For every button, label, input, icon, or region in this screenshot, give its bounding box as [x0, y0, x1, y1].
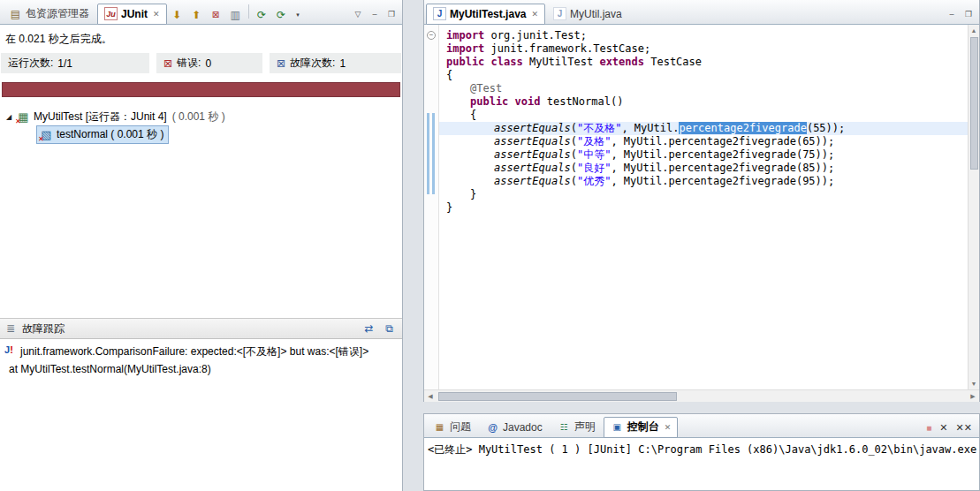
rerun-test-icon[interactable]: ⟳ [253, 5, 271, 24]
comparison-failure-icon: J! [4, 344, 17, 355]
close-icon[interactable]: ✕ [153, 10, 160, 19]
errors-icon: ⊠ [163, 58, 172, 69]
editor-window-buttons: – ❐ [945, 8, 977, 24]
code-line[interactable]: public void testNormal() [439, 95, 968, 109]
code-token: public [446, 56, 484, 68]
code-token: extends [599, 56, 644, 68]
tab-javadoc[interactable]: @ Javadoc [479, 416, 550, 437]
code-line[interactable]: @Test [439, 82, 968, 95]
code-token: } [470, 188, 476, 200]
selected-test-row[interactable]: ▧ ✕ testNormal ( 0.001 秒 ) [36, 125, 169, 144]
history-dropdown-icon[interactable]: ▾ [289, 5, 308, 24]
remove-all-launches-icon[interactable]: ✕✕ [956, 422, 972, 434]
expander-icon[interactable]: ◢ [4, 113, 13, 121]
filter-stack-trace-icon[interactable]: ⇄ [360, 320, 378, 338]
code-token: , MyUtil.percentage2fivegrade(95)); [611, 175, 834, 187]
tree-row-test[interactable]: ▧ ✕ testNormal ( 0.001 秒 ) [32, 125, 402, 143]
editor-tabbar: J MyUtilTest.java ✕ J MyUtil.java – ❐ [424, 0, 979, 25]
tab-declaration[interactable]: ☷ 声明 [551, 416, 603, 437]
tab-label: MyUtil.java [570, 8, 622, 20]
tree-row-suite[interactable]: ◢ ▦ ✕ MyUtilTest [运行器：JUnit 4] ( 0.001 秒… [0, 108, 402, 125]
code-line[interactable]: assertEquals("及格", MyUtil.percentage2fiv… [439, 135, 968, 148]
scroll-left-icon[interactable]: ◀ [424, 390, 437, 403]
close-icon[interactable]: ✕ [531, 10, 538, 19]
maximize-icon[interactable]: ❐ [384, 8, 399, 20]
tab-label: 包资源管理器 [26, 6, 89, 21]
compare-result-icon[interactable]: ⧉ [380, 320, 399, 338]
code-line[interactable]: public class MyUtilTest extends TestCase [439, 56, 968, 69]
code-token: "良好" [577, 162, 611, 174]
java-file-icon: J [433, 7, 446, 20]
tab-problems[interactable]: ▦ 问题 [426, 416, 478, 437]
minimize-icon[interactable]: – [368, 8, 382, 20]
scrollbar-thumb[interactable] [438, 392, 677, 401]
tab-package-explorer[interactable]: ▤ 包资源管理器 [2, 3, 96, 24]
code-token: import [446, 29, 484, 42]
junit-icon: Ju [104, 7, 118, 20]
tab-label: MyUtilTest.java [450, 8, 526, 20]
eclipse-window: ▤ 包资源管理器 Ju JUnit ✕ ⬇ ⬆ ⊠ ▥ ⟳ ⟳ ▾ ▽ – ❐ … [0, 0, 980, 491]
code-token: ( [571, 122, 577, 134]
next-failure-icon[interactable]: ⬇ [168, 5, 186, 24]
console-toolbar: ■ ✕ ✕✕ [926, 422, 977, 437]
console-icon: ▣ [611, 420, 624, 434]
tab-label: 问题 [450, 419, 471, 434]
scroll-down-icon[interactable]: ▼ [969, 378, 980, 389]
code-line[interactable]: assertEquals("不及格", MyUtil.percentage2fi… [439, 122, 968, 135]
test-progress-bar [2, 82, 400, 97]
code-line[interactable]: { [439, 69, 968, 82]
console-tabbar: ▦ 问题 @ Javadoc ☷ 声明 ▣ 控制台 ✕ ■ ✕ ✕✕ [424, 414, 979, 438]
test-run-history-icon[interactable]: ▥ [226, 5, 245, 24]
previous-failure-icon[interactable]: ⬆ [187, 5, 206, 24]
code-token: class [491, 56, 523, 68]
maximize-icon[interactable]: ❐ [961, 8, 976, 20]
trace-line[interactable]: at MyUtilTest.testNormal(MyUtilTest.java… [2, 361, 400, 377]
runs-value: 1/1 [57, 57, 72, 70]
code-token: , MyUtil.percentage2fivegrade(65)); [611, 135, 834, 147]
code-token: } [446, 201, 452, 214]
code-line[interactable]: import org.junit.Test; [439, 29, 968, 42]
trace-text: junit.framework.ComparisonFailure: expec… [20, 344, 368, 359]
scrollbar-thumb[interactable] [970, 37, 978, 170]
show-failures-only-icon[interactable]: ⊠ [207, 5, 225, 24]
fold-collapse-icon[interactable]: − [427, 31, 436, 40]
code-token: "中等" [577, 148, 611, 161]
close-icon[interactable]: ✕ [665, 423, 672, 432]
terminate-icon[interactable]: ■ [926, 423, 931, 433]
minimize-icon[interactable]: – [945, 8, 959, 20]
code-line[interactable]: import junit.framework.TestCase; [439, 42, 968, 56]
scroll-right-icon[interactable]: ▶ [967, 390, 979, 403]
scroll-up-icon[interactable]: ▲ [969, 25, 980, 36]
code-token: MyUtilTest [523, 56, 600, 68]
console-output[interactable]: <已终止> MyUtilTest ( 1 ) [JUnit] C:\Progra… [424, 438, 979, 462]
test-label: testNormal ( 0.001 秒 ) [57, 127, 163, 142]
code-line[interactable]: assertEquals("良好", MyUtil.percentage2fiv… [439, 162, 968, 175]
code-token: assertEquals [494, 162, 571, 174]
remove-launch-icon[interactable]: ✕ [939, 422, 947, 434]
code-area[interactable]: import org.junit.Test;import junit.frame… [439, 25, 968, 389]
view-menu-icon[interactable]: ▽ [351, 8, 365, 20]
tab-myutil-java[interactable]: J MyUtil.java [546, 3, 629, 24]
console-view: ▦ 问题 @ Javadoc ☷ 声明 ▣ 控制台 ✕ ■ ✕ ✕✕ [423, 413, 980, 491]
rerun-failed-first-icon[interactable]: ⟳ [272, 5, 291, 24]
trace-line[interactable]: J! junit.framework.ComparisonFailure: ex… [2, 343, 400, 361]
test-suite-icon: ▦ ✕ [17, 110, 30, 124]
tab-junit[interactable]: Ju JUnit ✕ [97, 4, 167, 25]
vertical-scrollbar[interactable]: ▲ ▼ [968, 25, 979, 389]
code-line[interactable]: } [439, 201, 968, 215]
code-token: ( [571, 175, 577, 187]
code-line[interactable]: { [439, 109, 968, 122]
errors-value: 0 [205, 57, 211, 70]
tab-console[interactable]: ▣ 控制台 ✕ [604, 417, 679, 438]
annotation-ruler[interactable]: − [424, 25, 439, 389]
code-token: { [470, 109, 476, 121]
code-line[interactable]: } [439, 188, 968, 201]
horizontal-scrollbar[interactable]: ◀ ▶ [424, 389, 979, 402]
run-status-text: 在 0.021 秒之后完成。 [0, 25, 402, 50]
failure-trace-header: ≣ 故障跟踪 ⇄ ⧉ [0, 318, 402, 339]
tab-myutiltest-java[interactable]: J MyUtilTest.java ✕ [426, 4, 545, 25]
method-range-indicator [427, 113, 429, 194]
code-line[interactable]: assertEquals("中等", MyUtil.percentage2fiv… [439, 148, 968, 162]
code-token: ( [571, 162, 577, 174]
code-line[interactable]: assertEquals("优秀", MyUtil.percentage2fiv… [439, 175, 968, 188]
